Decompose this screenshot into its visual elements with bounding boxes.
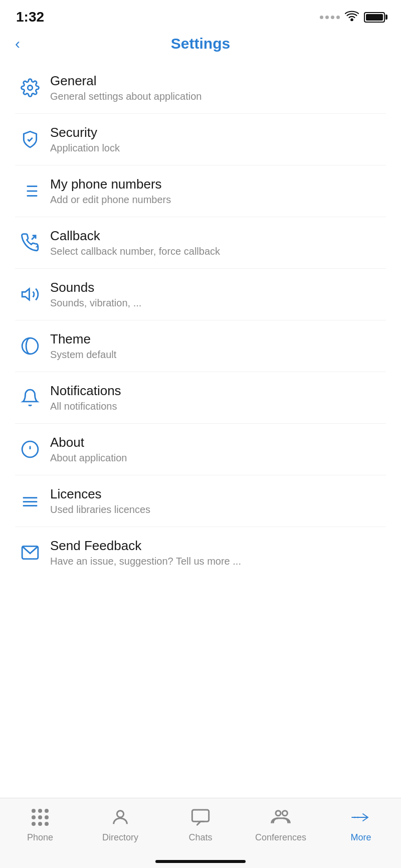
nav-item-conferences[interactable]: Conferences: [241, 806, 321, 843]
svg-point-17: [117, 811, 123, 817]
more-label: More: [350, 832, 371, 843]
shield-icon: [15, 130, 45, 149]
svg-point-0: [351, 19, 353, 21]
back-button[interactable]: ‹: [15, 35, 20, 52]
settings-item-about[interactable]: About About application: [15, 424, 386, 475]
settings-item-general[interactable]: General General settings about applicati…: [15, 62, 386, 114]
status-time: 1:32: [16, 9, 44, 25]
group-icon: [270, 806, 292, 828]
callback-subtitle: Select callback number, force callback: [50, 246, 386, 257]
nav-item-directory[interactable]: Directory: [80, 806, 160, 843]
svg-point-23: [357, 817, 359, 818]
theme-subtitle: System default: [50, 349, 386, 361]
settings-item-licences[interactable]: Licences Used libraries licences: [15, 475, 386, 527]
wifi-icon: [345, 10, 359, 24]
security-subtitle: Application lock: [50, 142, 386, 154]
bell-icon: [15, 388, 45, 407]
speaker-icon: [15, 285, 45, 304]
about-subtitle: About application: [50, 452, 386, 464]
signal-icon: [320, 16, 340, 19]
status-icons: [320, 10, 385, 24]
arrow-more-icon: [350, 806, 372, 828]
callback-icon: [15, 233, 45, 252]
general-title: General: [50, 73, 386, 89]
status-bar: 1:32: [0, 0, 401, 30]
sounds-title: Sounds: [50, 280, 386, 295]
svg-point-20: [282, 811, 287, 816]
svg-point-19: [276, 811, 281, 816]
about-title: About: [50, 435, 386, 450]
chat-icon: [189, 806, 212, 828]
nav-item-phone[interactable]: Phone: [0, 806, 80, 843]
sounds-subtitle: Sounds, vibration, ...: [50, 297, 386, 309]
header: ‹ Settings: [0, 30, 401, 62]
licences-subtitle: Used libraries licences: [50, 504, 386, 515]
phone-numbers-subtitle: Add or edit phone numbers: [50, 194, 386, 206]
phone-numbers-title: My phone numbers: [50, 177, 386, 192]
phone-label: Phone: [27, 832, 53, 843]
conferences-label: Conferences: [255, 832, 306, 843]
bottom-nav: Phone Directory Chats: [0, 798, 401, 868]
person-icon: [109, 806, 131, 828]
general-subtitle: General settings about application: [50, 91, 386, 102]
settings-item-theme[interactable]: Theme System default: [15, 320, 386, 372]
mail-icon: [15, 543, 45, 562]
notifications-subtitle: All notifications: [50, 401, 386, 412]
svg-point-1: [28, 85, 33, 90]
settings-list: General General settings about applicati…: [0, 62, 401, 578]
settings-item-feedback[interactable]: Send Feedback Have an issue, suggestion?…: [15, 527, 386, 578]
chats-label: Chats: [188, 832, 212, 843]
info-icon: [15, 440, 45, 459]
svg-rect-18: [192, 810, 209, 821]
phone-grid-icon: [29, 806, 51, 828]
settings-item-callback[interactable]: Callback Select callback number, force c…: [15, 217, 386, 269]
licences-title: Licences: [50, 486, 386, 502]
feedback-subtitle: Have an issue, suggestion? Tell us more …: [50, 556, 386, 567]
notifications-title: Notifications: [50, 383, 386, 399]
settings-item-sounds[interactable]: Sounds Sounds, vibration, ...: [15, 269, 386, 320]
list-icon: [15, 182, 45, 201]
svg-point-22: [354, 817, 356, 818]
feedback-title: Send Feedback: [50, 538, 386, 554]
callback-title: Callback: [50, 228, 386, 244]
security-title: Security: [50, 125, 386, 140]
directory-label: Directory: [102, 832, 138, 843]
settings-item-notifications[interactable]: Notifications All notifications: [15, 372, 386, 424]
nav-item-more[interactable]: More: [321, 806, 401, 843]
gear-icon: [15, 78, 45, 97]
theme-icon: [15, 336, 45, 356]
theme-title: Theme: [50, 331, 386, 347]
nav-item-chats[interactable]: Chats: [160, 806, 241, 843]
svg-marker-9: [22, 289, 29, 300]
lines-icon: [15, 491, 45, 510]
settings-item-phone-numbers[interactable]: My phone numbers Add or edit phone numbe…: [15, 165, 386, 217]
home-indicator: [155, 860, 246, 863]
battery-icon: [364, 12, 385, 23]
settings-item-security[interactable]: Security Application lock: [15, 114, 386, 165]
page-title: Settings: [171, 35, 230, 52]
